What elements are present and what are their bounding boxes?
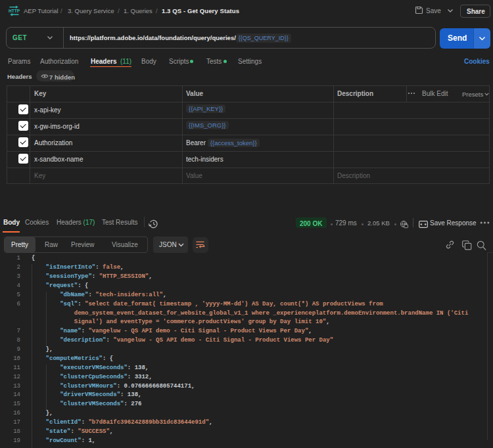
svg-text:HTTP: HTTP [9,9,20,13]
